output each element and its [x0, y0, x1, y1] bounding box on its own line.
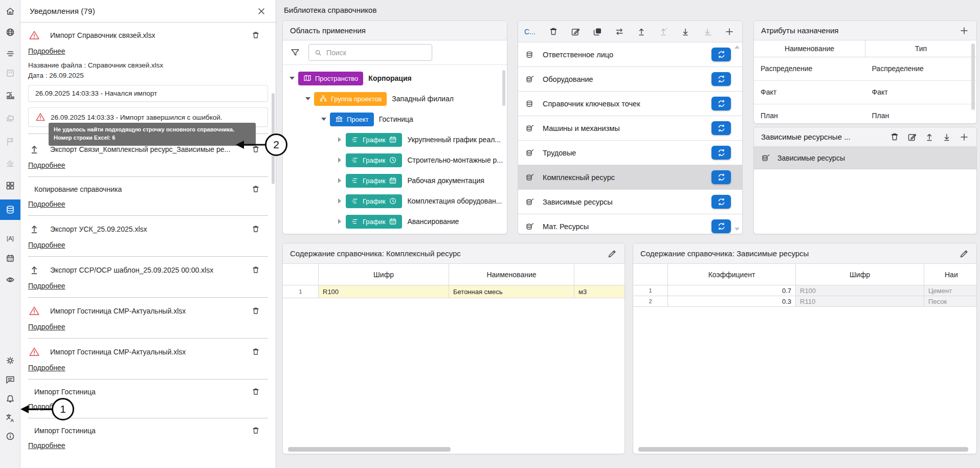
- add-dependent-button[interactable]: [959, 132, 969, 142]
- attribute-row[interactable]: Распределение Распределение: [754, 57, 976, 80]
- delete-notification-button[interactable]: [251, 145, 260, 154]
- sidebar-item-theme[interactable]: [0, 350, 20, 371]
- column-header[interactable]: Шифр: [319, 264, 449, 285]
- filter-button[interactable]: [290, 48, 300, 58]
- sidebar-item-folders[interactable]: [0, 108, 20, 129]
- edit-dictionary-button[interactable]: [570, 27, 581, 37]
- dictionary-row[interactable]: Машины и механизмы: [518, 116, 742, 141]
- sync-button[interactable]: [711, 72, 731, 86]
- import-dependent-button[interactable]: [942, 132, 952, 142]
- attribute-row[interactable]: Факт Факт: [754, 80, 976, 104]
- caret-right-icon[interactable]: [336, 198, 344, 204]
- delete-notification-button[interactable]: [251, 31, 260, 40]
- swap-button[interactable]: [614, 27, 625, 37]
- delete-notification-button[interactable]: [251, 306, 260, 316]
- column-header[interactable]: Шифр: [796, 264, 924, 285]
- column-header[interactable]: [633, 264, 668, 285]
- notification-more-link[interactable]: Подробнее: [28, 323, 65, 331]
- column-header[interactable]: [283, 264, 319, 285]
- cell-unit[interactable]: м3: [574, 285, 625, 298]
- tree-node-schedule[interactable]: График Строительно-монтажные р...: [283, 150, 507, 170]
- sidebar-item-info[interactable]: [0, 426, 20, 447]
- cell-code[interactable]: R100: [796, 285, 924, 296]
- notification-more-link[interactable]: Подробнее: [28, 441, 65, 450]
- edit-table-button[interactable]: [959, 249, 969, 259]
- sidebar-item-grid[interactable]: [0, 175, 20, 196]
- column-header[interactable]: Наименование: [754, 40, 865, 57]
- scroll-up-indicator[interactable]: [734, 46, 740, 49]
- dictionary-row-selected[interactable]: Комплексный ресурс: [518, 165, 742, 190]
- tree-node-schedule[interactable]: График Комплектация оборудован...: [283, 191, 507, 211]
- sidebar-item-text-a[interactable]: [0, 228, 20, 248]
- import-button[interactable]: [680, 27, 691, 37]
- horizontal-scrollbar-thumb[interactable]: [288, 447, 451, 452]
- close-notifications-button[interactable]: [256, 6, 266, 16]
- caret-down-icon[interactable]: [304, 97, 312, 100]
- cell-code[interactable]: R100: [319, 285, 449, 298]
- search-input[interactable]: [326, 49, 413, 57]
- sync-button[interactable]: [711, 170, 731, 184]
- cell-name[interactable]: Песок: [924, 296, 976, 307]
- sync-button[interactable]: [711, 121, 731, 135]
- dictionary-row[interactable]: Трудовые: [518, 141, 742, 165]
- cell-name[interactable]: Цемент: [924, 285, 976, 296]
- tree-node-schedule[interactable]: График Авансирование: [283, 211, 507, 232]
- sidebar-item-comments[interactable]: [0, 369, 20, 390]
- dictionary-row[interactable]: Оборудование: [518, 67, 742, 92]
- sidebar-item-database-active[interactable]: [0, 199, 20, 220]
- cell-coeff[interactable]: 0.3: [668, 296, 796, 307]
- delete-notification-button[interactable]: [251, 387, 260, 396]
- export-button[interactable]: [636, 27, 647, 37]
- edit-dependent-button[interactable]: [907, 132, 917, 142]
- add-dictionary-button[interactable]: [724, 27, 734, 37]
- sidebar-item-board[interactable]: [0, 63, 20, 83]
- import-template-button[interactable]: [702, 27, 712, 37]
- horizontal-scrollbar-thumb[interactable]: [638, 447, 968, 452]
- notification-more-link[interactable]: Подробнее: [28, 241, 65, 249]
- dictionary-row[interactable]: Зависимые ресурсы: [518, 190, 742, 214]
- add-attribute-button[interactable]: [959, 26, 969, 36]
- sidebar-item-flag[interactable]: [0, 131, 20, 152]
- tree-node-schedule[interactable]: График Укрупненный график реал...: [283, 129, 507, 150]
- column-header[interactable]: Коэффициент: [668, 264, 796, 285]
- caret-right-icon[interactable]: [336, 219, 344, 224]
- dependent-row-selected[interactable]: Зависимые ресурсы: [754, 147, 976, 169]
- cell-name[interactable]: Бетонная смесь: [449, 285, 574, 298]
- sidebar-item-globe[interactable]: [0, 22, 20, 42]
- dictionary-row[interactable]: Справочник ключевых точек: [518, 92, 742, 116]
- tree-scrollbar-thumb[interactable]: [502, 70, 505, 106]
- notification-more-link[interactable]: Подробнее: [28, 200, 65, 208]
- tree-node-space[interactable]: Пространство Корпорация: [283, 68, 507, 88]
- sidebar-item-translate[interactable]: [0, 408, 20, 428]
- cell-code[interactable]: R110: [796, 296, 924, 307]
- sidebar-item-notifications[interactable]: [0, 389, 20, 409]
- scroll-down-indicator[interactable]: [734, 228, 740, 231]
- sidebar-item-home[interactable]: [0, 1, 20, 21]
- delete-notification-button[interactable]: [251, 426, 260, 435]
- tree-node-project-group[interactable]: Группа проектов Западный филиал: [283, 88, 507, 109]
- sidebar-item-calendar[interactable]: [0, 248, 20, 269]
- notification-more-link[interactable]: Подробнее: [28, 161, 65, 169]
- attributes-scrollbar-thumb[interactable]: [971, 43, 975, 110]
- caret-right-icon[interactable]: [336, 178, 344, 183]
- column-header[interactable]: Наименование: [449, 264, 574, 285]
- dictionary-row[interactable]: Ответственное лицо: [518, 42, 742, 67]
- cell-coeff[interactable]: 0.7: [668, 285, 796, 296]
- sync-button[interactable]: [711, 48, 731, 61]
- caret-down-icon[interactable]: [288, 77, 296, 80]
- caret-right-icon[interactable]: [336, 137, 344, 142]
- delete-notification-button[interactable]: [251, 265, 260, 275]
- sidebar-item-hatch[interactable]: [0, 153, 20, 174]
- edit-table-button[interactable]: [607, 249, 617, 259]
- copy-dictionary-button[interactable]: [592, 27, 603, 37]
- export-dependent-button[interactable]: [924, 132, 934, 142]
- dictionary-row[interactable]: Мат. Ресурсы: [518, 214, 742, 234]
- sync-button[interactable]: [711, 195, 731, 209]
- notification-more-link[interactable]: Подробнее: [28, 364, 65, 372]
- attribute-row[interactable]: План План: [754, 104, 976, 124]
- delete-notification-button[interactable]: [251, 185, 260, 194]
- column-header[interactable]: [574, 264, 625, 285]
- delete-dependent-button[interactable]: [889, 132, 900, 142]
- column-header[interactable]: Тип: [865, 40, 977, 57]
- delete-notification-button[interactable]: [251, 225, 260, 234]
